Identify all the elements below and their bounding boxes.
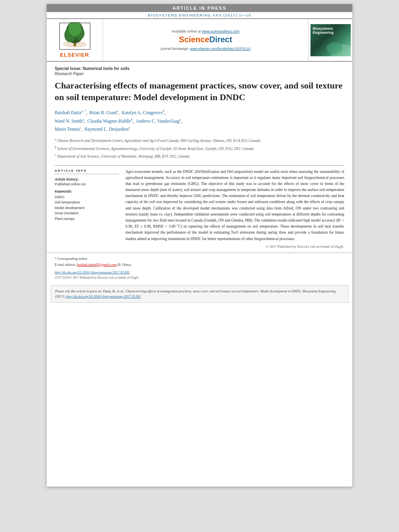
center-header: Available online at www.sciencedirect.co… [103, 19, 308, 61]
affil-b: b School of Environmental Sciences, Agro… [55, 145, 344, 152]
sciencedirect-url[interactable]: www.sciencedirect.com [202, 29, 240, 33]
article-info-col: ARTICLE INFO Article history: Published … [55, 169, 119, 249]
email-link[interactable]: baishali.dutta85@gmail.com [77, 263, 116, 267]
elsevier-logo-area: ELSEVIER [47, 19, 103, 61]
keywords-label: Keywords: [55, 189, 119, 193]
doi-url[interactable]: http://dx.doi.org/10.1016/j.biosystemsen… [55, 270, 130, 274]
keyword-soil-temp: Soil temperature [55, 200, 119, 205]
journal-homepage: journal homepage: www.elsevier.com/locat… [160, 47, 250, 51]
two-col-layout: ARTICLE INFO Article history: Published … [55, 169, 344, 249]
email-attribution: (B. Dutta). [117, 263, 132, 267]
biosystems-label: BiosystemsEngineering [313, 27, 334, 35]
svg-point-8 [327, 42, 343, 54]
main-content: Special Issue: Numerical tools for soils… [47, 62, 352, 253]
special-issue-label: Special Issue: Numerical tools for soils [55, 66, 344, 71]
paper-type-label: Research Paper [55, 72, 344, 76]
article-info-title: ARTICLE INFO [55, 169, 119, 174]
page: ARTICLE IN PRESS BIOSYSTEMS ENGINEERING … [47, 4, 352, 487]
keyword-snow: Snow insulation [55, 211, 119, 216]
journal-homepage-url[interactable]: www.elsevier.com/locate/issn/15375110 [190, 47, 250, 51]
citation-doi[interactable]: http://dx.doi.org/10.1016/j.biosystemsen… [66, 294, 141, 298]
affil-c: c Department of Soil Science, University… [55, 153, 344, 159]
article-in-press-text: ARTICLE IN PRESS [173, 6, 226, 10]
article-title: Characterising effects of management pra… [55, 80, 344, 103]
authors-line: Baishali Duttaa, *, Brian B. Granta, Kat… [55, 109, 344, 133]
author-smith[interactable]: Ward N. Smith [55, 118, 82, 123]
abstract-text: Agro-ecosystem models, such as the DNDC … [125, 169, 344, 242]
corresponding-author-note: * Corresponding author. [55, 256, 344, 261]
header-area: ELSEVIER Available online at www.science… [47, 18, 352, 62]
email-footnote: E-mail address: baishali.dutta85@gmail.c… [55, 262, 344, 267]
science-text: Science [179, 35, 210, 44]
author-vanderzaag[interactable]: Andrew C. VanderZaag [136, 118, 179, 123]
corresponding-author-label: * Corresponding author. [55, 257, 88, 261]
elsevier-brand-text: ELSEVIER [60, 52, 89, 58]
keyword-dndc: DNDC [55, 195, 119, 200]
keyword-plant: Plant canopy [55, 216, 119, 222]
email-label: E-mail address: [55, 263, 76, 267]
journal-line-text: BIOSYSTEMS ENGINEERING XXX (2017) 1—19 [148, 13, 251, 17]
journal-homepage-label: journal homepage: [160, 47, 189, 51]
author-congreves[interactable]: Katelyn A. Congreves [122, 110, 163, 115]
biosystems-box: BiosystemsEngineering [311, 24, 351, 56]
citation-box: Please cite this article in press as: Du… [51, 285, 348, 303]
doi-link-footer[interactable]: http://dx.doi.org/10.1016/j.biosystemsen… [55, 268, 344, 275]
author-tenuta[interactable]: Mario Tenuta [55, 127, 80, 131]
biosystems-logo-area: BiosystemsEngineering [308, 19, 352, 61]
sciencedirect-brand: ScienceDirect [179, 35, 232, 44]
keyword-model-dev: Model development [55, 205, 119, 211]
section-divider [55, 165, 344, 166]
author-grant[interactable]: Brian B. Grant [89, 110, 117, 115]
article-history-label: Article history: [55, 177, 119, 181]
available-online-text: Available online at www.sciencedirect.co… [172, 29, 240, 33]
journal-line: BIOSYSTEMS ENGINEERING XXX (2017) 1—19 [47, 12, 352, 18]
published-online-value: Published online xxx [55, 182, 119, 186]
author-wagner-riddle[interactable]: Claudia Wagner-Riddle [87, 118, 131, 123]
affil-a: a Ottawa Research and Development Centre… [55, 137, 344, 144]
issn-line: 1537-5110/© 2017 Published by Elsevier L… [55, 276, 344, 279]
footer-area: * Corresponding author. E-mail address: … [47, 253, 352, 282]
author-dutta[interactable]: Baishali Dutta [55, 110, 81, 115]
biosystems-decoration-icon [319, 36, 351, 56]
elsevier-tree-icon [59, 22, 91, 50]
abstract-col: Agro-ecosystem models, such as the DNDC … [125, 169, 344, 249]
affiliations-section: a Ottawa Research and Development Centre… [55, 137, 344, 159]
article-in-press-banner: ARTICLE IN PRESS [47, 4, 352, 12]
direct-text: Direct [209, 35, 232, 44]
copyright-line: © 2017 Published by Elsevier Ltd on beha… [125, 244, 344, 249]
author-raymond[interactable]: Raymond L. Desjardins [84, 127, 129, 131]
